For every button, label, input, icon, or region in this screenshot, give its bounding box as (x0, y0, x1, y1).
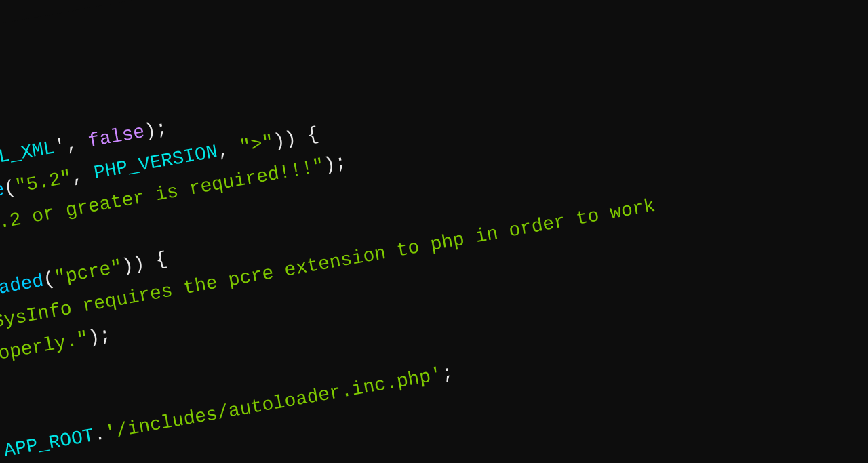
code-editor: * @var boolean */ define('PSI_INTERNAL_X… (0, 0, 868, 463)
code-content: * @var boolean */ define('PSI_INTERNAL_X… (0, 0, 868, 463)
line-properly: properly." (0, 327, 90, 397)
